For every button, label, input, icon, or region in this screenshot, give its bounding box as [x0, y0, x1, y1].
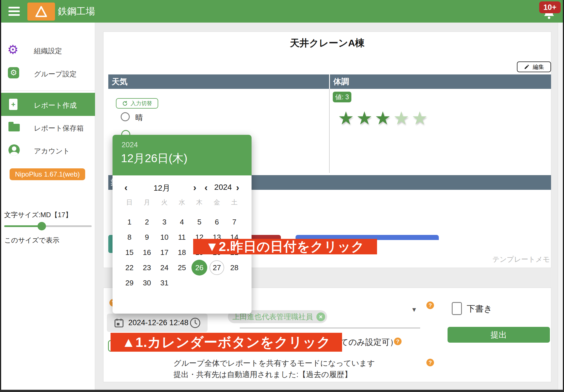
calendar-day-15[interactable]: 15 [121, 247, 138, 258]
prev-month-button[interactable]: ‹ [124, 182, 127, 193]
calendar-day-31[interactable]: 31 [156, 277, 173, 289]
star-filled-icon[interactable]: ★ [338, 108, 356, 128]
weekday-label: 水 [173, 198, 191, 206]
prev-year-button[interactable]: ‹ [204, 182, 208, 193]
clock-icon[interactable] [190, 317, 201, 329]
star-empty-icon[interactable]: ★ [393, 108, 411, 128]
font-size-slider[interactable] [4, 222, 92, 231]
radio-weather-sunny-label: 晴 [135, 113, 143, 123]
draft-checkbox-label: 下書き [467, 303, 492, 315]
calendar-day-25[interactable]: 25 [173, 262, 191, 273]
input-toggle-label: 入力切替 [131, 100, 152, 107]
share-applied-text: 提出・共有先は自動適用されました:【過去の履歴】 [173, 369, 352, 380]
calendar-day-11[interactable]: 11 [173, 232, 191, 243]
version-button[interactable]: NipoPlus 1.67.1(web) [10, 168, 85, 180]
font-size-label: 文字サイズ:MD【17】 [4, 210, 72, 219]
calendar-day-23[interactable]: 23 [138, 262, 156, 273]
calendar-day-18[interactable]: 18 [173, 247, 191, 258]
weather-section-header: 天気 [108, 74, 329, 89]
pencil-icon [524, 64, 530, 70]
weekday-label: 月 [138, 198, 156, 206]
share-mode-text: グループ全体でレポートを共有するモードになっています [173, 358, 375, 368]
star-filled-icon[interactable]: ★ [356, 108, 374, 128]
help-icon[interactable]: ? [394, 338, 402, 345]
calendar-button-icon[interactable] [114, 317, 124, 329]
triangle-logo-icon [34, 5, 48, 18]
calendar-day-24[interactable]: 24 [156, 262, 173, 273]
sidebar-item-report-create[interactable]: + レポート作成 [0, 93, 95, 116]
draft-checkbox[interactable] [452, 302, 462, 315]
annotation-step1: ▲1.カレンダーボタンをクリック [111, 333, 342, 352]
date-picker-header: 2024 12月26日(木) [113, 135, 252, 175]
app-title: 鉄鋼工場 [58, 0, 95, 23]
star-empty-icon[interactable]: ★ [412, 108, 430, 128]
calendar-day-3[interactable]: 3 [156, 216, 173, 228]
sidebar-item-group-settings[interactable]: ⚙ グループ設定 [0, 65, 95, 81]
help-icon[interactable]: ? [426, 359, 434, 366]
calendar-day-8[interactable]: 8 [121, 232, 138, 243]
input-toggle-button[interactable]: 入力切替 [116, 98, 158, 109]
gear-square-icon: ⚙ [8, 67, 19, 78]
sidebar-item-label: 組織設定 [34, 46, 62, 56]
calendar-day-10[interactable]: 10 [156, 232, 173, 243]
calendar-day-30[interactable]: 30 [138, 277, 156, 289]
person-icon [8, 144, 20, 156]
sidebar-item-label: アカウント [34, 146, 70, 156]
annotation-step2: ▼2.昨日の日付をクリック [193, 239, 377, 254]
radio-weather-sunny[interactable] [121, 112, 130, 121]
star-rating: ★★★★★ [338, 108, 430, 129]
datetime-field[interactable]: 2024-12-26 12:48 [107, 314, 208, 332]
calendar-day-9[interactable]: 9 [138, 232, 156, 243]
report-title: 天井クレーンA棟 [103, 37, 551, 50]
notification-badge: 10+ [539, 1, 561, 13]
month-label: 12月 [144, 183, 180, 193]
app-logo [27, 3, 55, 21]
section-divider [329, 89, 330, 173]
calendar-weekdays: 日月火水木金土 [113, 198, 252, 207]
edit-button-label: 編集 [533, 63, 544, 71]
hamburger-menu-icon[interactable] [8, 7, 20, 16]
weekday-label: 日 [121, 198, 138, 206]
calendar-day-17[interactable]: 17 [156, 247, 173, 258]
window-edge-bottom [0, 390, 564, 392]
calendar-day-5[interactable]: 5 [191, 216, 208, 228]
calendar-day-7[interactable]: 7 [226, 216, 243, 228]
weekday-label: 土 [226, 198, 243, 206]
recipient-underline [240, 328, 420, 328]
calendar-day-6[interactable]: 6 [208, 216, 226, 228]
edit-button[interactable]: 編集 [517, 61, 551, 72]
app-window: 鉄鋼工場 10+ ⚙ 組織設定 ⚙ グループ設定 + レポート作成 レポート保存… [0, 0, 564, 392]
sidebar-item-label: レポート保存箱 [34, 124, 84, 133]
calendar-day-22[interactable]: 22 [121, 262, 138, 273]
sidebar-item-account[interactable]: アカウント [0, 142, 95, 158]
help-icon[interactable]: ? [426, 301, 434, 309]
calendar-day-26[interactable]: 26 [191, 260, 207, 276]
scrollbar-track[interactable] [558, 23, 563, 392]
calendar-day-1[interactable]: 1 [121, 216, 138, 228]
sidebar-item-label: グループ設定 [34, 69, 77, 79]
calendar-day-27[interactable]: 27 [210, 260, 224, 275]
gear-icon: ⚙ [7, 43, 18, 56]
slider-fill [4, 225, 42, 227]
window-edge-right [563, 0, 564, 392]
document-plus-icon: + [9, 99, 17, 110]
template-memo-label: テンプレートメモ [451, 255, 550, 264]
picker-year-small[interactable]: 2024 [122, 140, 138, 149]
datetime-value: 2024-12-26 12:48 [128, 314, 188, 332]
next-year-button[interactable]: › [236, 182, 239, 193]
star-filled-icon[interactable]: ★ [375, 108, 393, 128]
chevron-down-icon[interactable]: ▾ [412, 305, 416, 314]
calendar-day-29[interactable]: 29 [121, 277, 138, 289]
calendar-day-16[interactable]: 16 [138, 247, 156, 258]
partial-note-text: てのみ設定可） [340, 337, 398, 348]
calendar-day-2[interactable]: 2 [138, 216, 156, 228]
condition-section-header: 体調 [330, 74, 551, 89]
sidebar-item-report-box[interactable]: レポート保存箱 [0, 120, 95, 135]
calendar-day-4[interactable]: 4 [173, 216, 191, 228]
chip-remove-icon[interactable]: × [316, 312, 325, 321]
submit-button[interactable]: 提出 [448, 327, 550, 343]
slider-thumb[interactable] [38, 222, 46, 230]
sidebar-item-org-settings[interactable]: ⚙ 組織設定 [0, 42, 95, 58]
calendar-day-28[interactable]: 28 [226, 262, 243, 273]
next-month-button[interactable]: › [193, 182, 196, 193]
